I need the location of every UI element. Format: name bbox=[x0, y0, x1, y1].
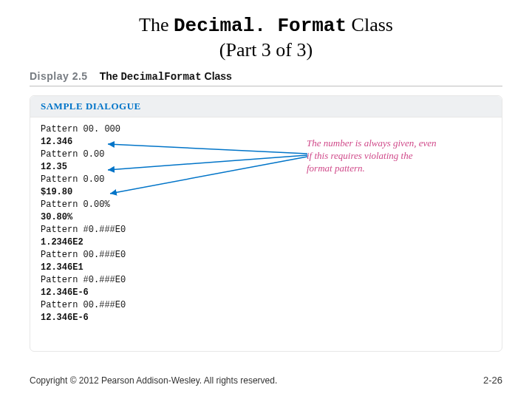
callout-line2: if this requires violating the bbox=[307, 150, 412, 161]
callout-line3: format pattern. bbox=[307, 163, 365, 174]
panel-heading: SAMPLE DIALOGUE bbox=[30, 96, 502, 117]
code-line: Pattern 0.00 bbox=[41, 174, 491, 186]
slide-title: The Decimal. Format Class (Part 3 of 3) bbox=[0, 0, 532, 62]
display-header: Display 2.5 The DecimalFormat Class bbox=[30, 69, 502, 86]
display-title-suffix: Class bbox=[202, 70, 232, 82]
code-line: 12.346E-6 bbox=[41, 287, 491, 299]
display-title-prefix: The bbox=[100, 70, 121, 82]
code-line: Pattern 00.###E0 bbox=[41, 299, 491, 312]
code-line: Pattern #0.###E0 bbox=[41, 274, 491, 287]
callout-text: The number is always given, even if this… bbox=[307, 137, 462, 175]
code-line: Pattern 00.###E0 bbox=[41, 249, 491, 262]
title-suffix: Class bbox=[347, 14, 393, 35]
code-line: Pattern #0.###E0 bbox=[41, 224, 491, 236]
callout-line1: The number is always given, even bbox=[307, 137, 436, 149]
title-prefix: The bbox=[139, 14, 174, 35]
code-line: Pattern 00. 000 bbox=[41, 123, 491, 136]
code-line: 30.80% bbox=[41, 211, 491, 224]
footer-copyright: Copyright © 2012 Pearson Addison-Wesley.… bbox=[30, 375, 277, 386]
code-line: 12.346E-6 bbox=[41, 312, 491, 324]
display-title: The DecimalFormat Class bbox=[100, 70, 232, 82]
code-line: $19.80 bbox=[41, 186, 491, 199]
code-line: 1.2346E2 bbox=[41, 236, 491, 249]
display-label: Display 2.5 bbox=[30, 70, 88, 82]
footer-page-number: 2-26 bbox=[483, 375, 502, 386]
sample-panel: SAMPLE DIALOGUE Pattern 00. 000 12.346 P… bbox=[30, 95, 502, 352]
title-mono: Decimal. Format bbox=[174, 15, 347, 37]
slide: The Decimal. Format Class (Part 3 of 3) … bbox=[0, 0, 532, 399]
code-line: 12.346E1 bbox=[41, 262, 491, 274]
title-subtitle: (Part 3 of 3) bbox=[219, 39, 313, 61]
code-line: Pattern 0.00% bbox=[41, 199, 491, 211]
display-title-mono: DecimalFormat bbox=[120, 71, 201, 83]
